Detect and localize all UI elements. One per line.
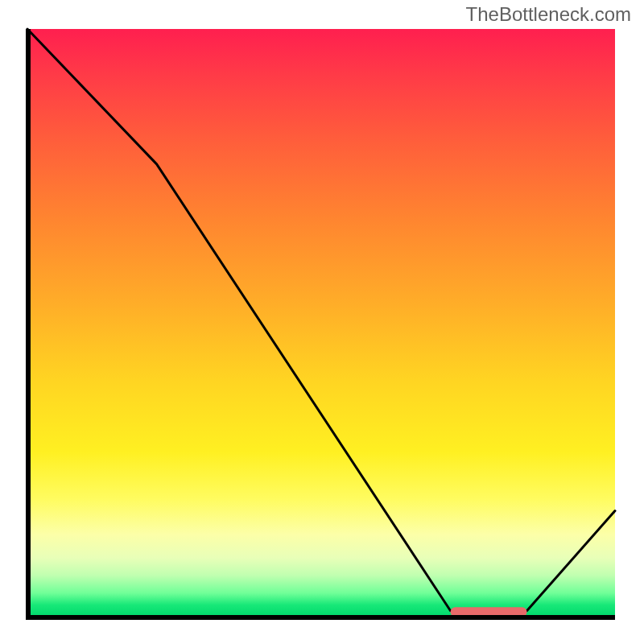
plot-area (27, 29, 615, 617)
chart-overlay-svg (27, 29, 615, 617)
chart-container: TheBottleneck.com (0, 0, 644, 644)
watermark-text: TheBottleneck.com (466, 3, 631, 26)
optimal-range-marker (451, 607, 527, 617)
bottleneck-curve-line (27, 29, 615, 617)
